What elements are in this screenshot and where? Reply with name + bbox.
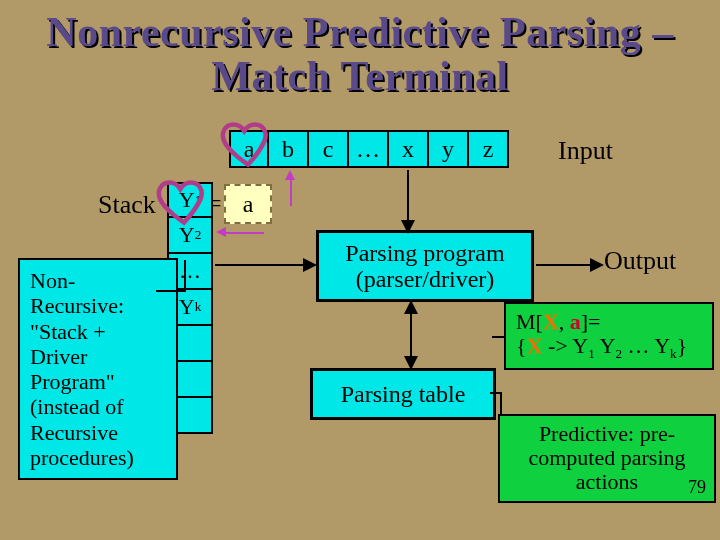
nonrecursive-callout: Non-Recursive: "Stack + Driver Program" … bbox=[18, 258, 178, 480]
tape-cell: x bbox=[389, 130, 429, 168]
arrow-head-icon bbox=[285, 170, 295, 180]
arrow-head-icon bbox=[590, 258, 604, 272]
tape-cell: c bbox=[309, 130, 349, 168]
stack-label: Stack bbox=[98, 190, 156, 220]
rule-a: a bbox=[570, 309, 581, 334]
input-label: Input bbox=[558, 136, 613, 166]
arrow-head-icon bbox=[404, 356, 418, 370]
slide-title: Nonrecursive Predictive Parsing – Match … bbox=[0, 10, 720, 98]
rule-sub: 1 bbox=[588, 347, 595, 362]
arrow-head-icon bbox=[216, 227, 226, 237]
page-number: 79 bbox=[688, 477, 706, 498]
rule-sub: k bbox=[670, 347, 677, 362]
rule-text: ]= bbox=[581, 309, 601, 334]
matched-terminal-value: a bbox=[243, 191, 254, 218]
rule-text: -> Y bbox=[542, 333, 588, 358]
rule-X: X bbox=[527, 333, 543, 358]
parsing-program-box: Parsing program (parser/driver) bbox=[316, 230, 534, 302]
arrow-line bbox=[224, 232, 264, 234]
heart-icon bbox=[218, 112, 278, 172]
callout-text: Non-Recursive: "Stack + Driver Program" … bbox=[30, 268, 134, 470]
parsing-program-line2: (parser/driver) bbox=[345, 266, 504, 292]
arrow-line bbox=[492, 336, 504, 338]
arrow-head-icon bbox=[303, 258, 317, 272]
rule-text: … bbox=[622, 333, 650, 358]
arrow-head-icon bbox=[404, 300, 418, 314]
rule-text: Y bbox=[595, 333, 616, 358]
tape-cell: y bbox=[429, 130, 469, 168]
arrow-line bbox=[536, 264, 594, 266]
rule-text: , bbox=[559, 309, 570, 334]
parsing-program-line1: Parsing program bbox=[345, 240, 504, 266]
matched-terminal-box: = a bbox=[224, 184, 272, 224]
arrow-line bbox=[500, 392, 502, 416]
table-entry-box: M[X, a]= {X -> Y1 Y2 … Yk} bbox=[504, 302, 714, 370]
rule-text: M[ bbox=[516, 309, 543, 334]
arrow-line bbox=[215, 264, 313, 266]
tape-cell: z bbox=[469, 130, 509, 168]
tape-cell: … bbox=[349, 130, 389, 168]
rule-X: X bbox=[543, 309, 559, 334]
arrow-head-icon bbox=[401, 220, 415, 234]
output-label: Output bbox=[604, 246, 676, 276]
predictive-box: Predictive: pre-computed parsing actions bbox=[498, 414, 716, 503]
rule-text: } bbox=[677, 333, 688, 358]
heart-icon bbox=[154, 170, 214, 230]
callout-leader-line bbox=[156, 290, 184, 292]
rule-text: Y bbox=[650, 333, 671, 358]
parsing-table-box: Parsing table bbox=[310, 368, 496, 420]
arrow-line bbox=[290, 176, 292, 206]
rule-text: { bbox=[516, 333, 527, 358]
